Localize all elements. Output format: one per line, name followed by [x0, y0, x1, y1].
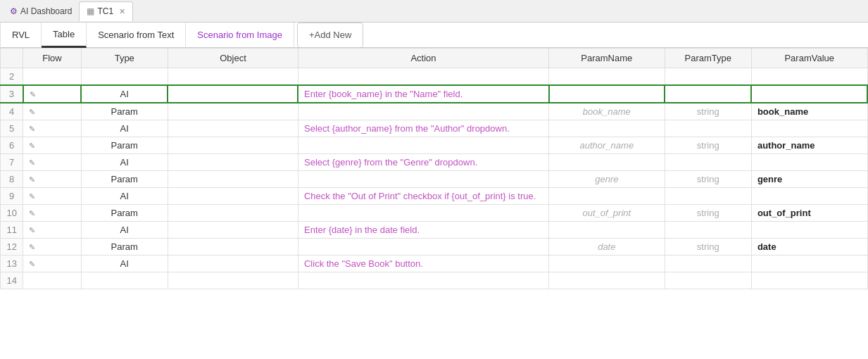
table-container: Flow Type Object Action ParamName ParamT… [0, 48, 868, 359]
cell-type: Param [81, 171, 168, 188]
cell-flow [23, 68, 81, 86]
table-row[interactable]: 11✎AIEnter {date} in the date field. [1, 222, 868, 239]
table-body: 23✎AIEnter {book_name} in the "Name" fie… [1, 68, 868, 289]
table-row[interactable]: 13✎AIClick the "Save Book" button. [1, 256, 868, 272]
table-row[interactable]: 10✎Paramout_of_printstringout_of_print [1, 205, 868, 222]
cell-action [298, 103, 548, 120]
edit-icon[interactable]: ✎ [29, 192, 35, 201]
cell-param-value [751, 188, 867, 205]
table-row[interactable]: 7✎AISelect {genre} from the "Genre" drop… [1, 154, 868, 171]
edit-icon[interactable]: ✎ [29, 175, 35, 184]
col-header-paramvalue: ParamValue [751, 49, 867, 68]
cell-action: Check the "Out of Print" checkbox if {ou… [298, 188, 548, 205]
table-header-row: Flow Type Object Action ParamName ParamT… [1, 49, 868, 68]
cell-action [298, 205, 548, 222]
row-number: 9 [1, 188, 23, 205]
edit-icon[interactable]: ✎ [29, 243, 35, 251]
cell-object [168, 222, 298, 239]
cell-param-value [751, 272, 867, 289]
edit-icon[interactable]: ✎ [29, 158, 35, 167]
cell-param-name [549, 85, 665, 103]
edit-icon[interactable]: ✎ [29, 260, 35, 268]
table-row[interactable]: 5✎AISelect {author_name} from the "Autho… [1, 120, 868, 137]
col-header-action: Action [298, 49, 548, 68]
row-number: 3 [1, 85, 23, 103]
cell-param-name [549, 272, 665, 289]
cell-param-type [665, 222, 751, 239]
cell-flow: ✎ [23, 256, 81, 272]
table-row[interactable]: 3✎AIEnter {book_name} in the "Name" fiel… [1, 85, 868, 103]
cell-action: Enter {book_name} in the "Name" field. [298, 85, 548, 103]
cell-type: AI [81, 154, 168, 171]
sub-tabs-bar: RVL Table Scenario from Text Scenario fr… [0, 23, 868, 48]
row-number: 7 [1, 154, 23, 171]
table-row[interactable]: 6✎Paramauthor_namestringauthor_name [1, 137, 868, 154]
cell-flow [23, 272, 81, 289]
cell-param-type: string [665, 239, 751, 256]
cell-object [168, 154, 298, 171]
cell-action: Click the "Save Book" button. [298, 256, 548, 272]
cell-type: Param [81, 205, 168, 222]
edit-icon[interactable]: ✎ [29, 108, 35, 116]
cell-action [298, 68, 548, 86]
cell-type [81, 68, 168, 86]
cell-flow: ✎ [23, 103, 81, 120]
cell-param-value: genre [751, 171, 867, 188]
app-tab[interactable]: ⚙ AI Dashboard [3, 1, 79, 21]
cell-object [168, 272, 298, 289]
cell-param-value: date [751, 239, 867, 256]
table-row[interactable]: 14 [1, 272, 868, 289]
cell-param-value [751, 120, 867, 137]
row-number: 14 [1, 272, 23, 289]
table-row[interactable]: 12✎Paramdatestringdate [1, 239, 868, 256]
cell-object [168, 256, 298, 272]
cell-param-name [549, 120, 665, 137]
tc1-tab[interactable]: ▦ TC1 ✕ [79, 1, 133, 21]
edit-icon[interactable]: ✎ [30, 90, 36, 99]
tab-scenario-text[interactable]: Scenario from Text [87, 23, 186, 48]
cell-param-value: book_name [751, 103, 867, 120]
tab-scenario-text-label: Scenario from Text [98, 30, 174, 40]
tab-close-icon[interactable]: ✕ [119, 7, 125, 16]
cell-param-name [549, 188, 665, 205]
cell-object [168, 188, 298, 205]
cell-param-value [751, 68, 867, 86]
app-tab-label: AI Dashboard [20, 6, 72, 16]
add-new-label: +Add New [309, 30, 351, 40]
row-number: 6 [1, 137, 23, 154]
cell-param-type: string [665, 137, 751, 154]
tc1-tab-label: TC1 [97, 6, 113, 16]
cell-param-name: genre [549, 171, 665, 188]
cell-type [81, 272, 168, 289]
cell-param-name [549, 222, 665, 239]
table-row[interactable]: 4✎Parambook_namestringbook_name [1, 103, 868, 120]
gear-icon: ⚙ [10, 6, 18, 16]
cell-flow: ✎ [23, 222, 81, 239]
table-row[interactable]: 9✎AICheck the "Out of Print" checkbox if… [1, 188, 868, 205]
cell-type: AI [81, 188, 168, 205]
add-new-button[interactable]: +Add New [297, 23, 363, 48]
cell-type: AI [81, 120, 168, 137]
cell-flow: ✎ [23, 188, 81, 205]
cell-flow: ✎ [23, 85, 81, 103]
edit-icon[interactable]: ✎ [29, 209, 35, 218]
cell-object [168, 68, 298, 86]
tab-table[interactable]: Table [42, 23, 87, 48]
edit-icon[interactable]: ✎ [29, 226, 35, 234]
cell-object [168, 120, 298, 137]
cell-param-value: out_of_print [751, 205, 867, 222]
cell-action: Select {genre} from the "Genre" dropdown… [298, 154, 548, 171]
cell-param-value [751, 85, 867, 103]
table-row[interactable]: 2 [1, 68, 868, 86]
cell-action [298, 171, 548, 188]
cell-object [168, 137, 298, 154]
table-row[interactable]: 8✎Paramgenrestringgenre [1, 171, 868, 188]
tab-scenario-image[interactable]: Scenario from Image [186, 23, 294, 48]
cell-param-type [665, 85, 751, 103]
cell-type: Param [81, 103, 168, 120]
edit-icon[interactable]: ✎ [29, 141, 35, 150]
cell-param-name: out_of_print [549, 205, 665, 222]
edit-icon[interactable]: ✎ [29, 125, 35, 133]
cell-param-value [751, 256, 867, 272]
tab-rvl[interactable]: RVL [0, 23, 42, 48]
